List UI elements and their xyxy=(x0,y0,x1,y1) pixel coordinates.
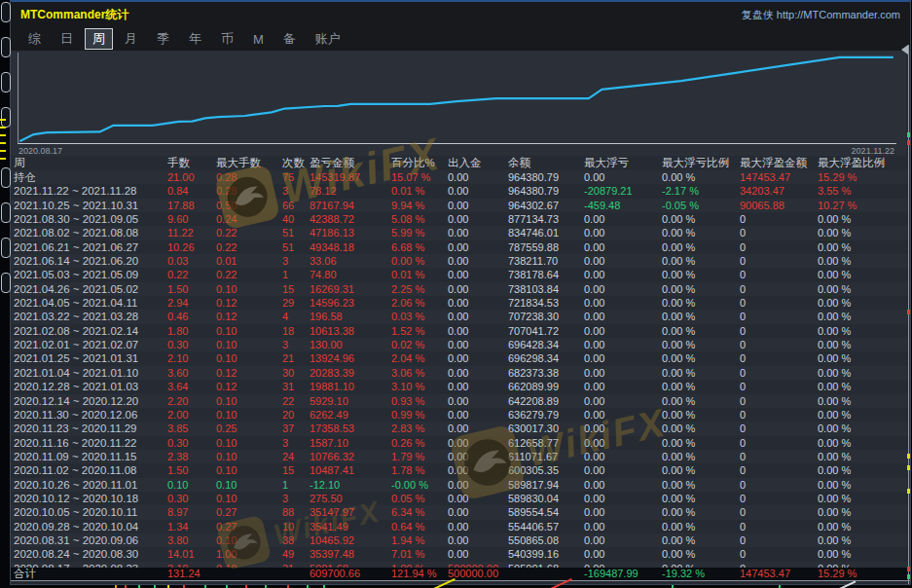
cell-ml: 0.22 xyxy=(216,268,282,281)
menu-item-5[interactable]: 年 xyxy=(181,28,209,50)
cell-ml: 0.24 xyxy=(216,212,282,226)
equity-chart: 2020.08.17 2021.11.22 WikiFX xyxy=(11,51,906,156)
dock-tab[interactable] xyxy=(1,2,11,22)
scroll-arrow-icon[interactable] xyxy=(901,45,908,55)
cell-fp: 0 xyxy=(740,505,818,519)
menu-item-4[interactable]: 季 xyxy=(149,28,177,50)
axis-end-date: 2021.11.22 xyxy=(852,146,894,156)
cell-pct: 1.78 % xyxy=(391,463,448,477)
table-row[interactable]: 2020.11.16 ~ 2020.11.220.300.1031587.100… xyxy=(11,436,910,450)
table-row[interactable]: 2020.09.28 ~ 2020.10.041.340.27103541.49… xyxy=(11,520,910,533)
table-row[interactable]: 2020.08.24 ~ 2020.08.3014.011.004935397.… xyxy=(11,547,910,561)
cell-p: 2021.11.22 ~ 2021.11.28 xyxy=(14,184,167,198)
cell-p: 2021.01.04 ~ 2021.01.10 xyxy=(14,366,167,380)
cell-ml: 0.10 xyxy=(216,282,282,296)
table-row[interactable]: 2021.08.30 ~ 2021.09.059.600.244042388.7… xyxy=(11,212,910,226)
menu-item-2[interactable]: 周 xyxy=(85,28,113,50)
cell-pnl: 130.00 xyxy=(310,338,391,351)
table-row[interactable]: 2020.11.02 ~ 2020.11.081.500.101510487.4… xyxy=(11,463,910,477)
cell-pnl: 6262.49 xyxy=(310,408,391,422)
table-row[interactable]: 2020.11.30 ~ 2020.12.062.000.10206262.49… xyxy=(11,408,910,422)
table-row[interactable]: 2021.01.04 ~ 2021.01.103.600.123020283.3… xyxy=(11,366,910,380)
table-row[interactable]: 2021.05.03 ~ 2021.05.090.220.22174.800.0… xyxy=(11,268,910,281)
table-row[interactable]: 2020.12.28 ~ 2021.01.033.640.123119881.1… xyxy=(11,380,910,393)
cell-ddp: -2.17 % xyxy=(662,184,740,198)
menu-item-0[interactable]: 综 xyxy=(20,28,49,50)
cell-ml: 0.50 xyxy=(216,199,282,212)
cell-p: 合计 xyxy=(14,568,167,580)
table-row[interactable]: 2021.08.02 ~ 2021.08.0811.220.225147186.… xyxy=(11,226,910,239)
cell-pct: 7.01 % xyxy=(391,547,448,561)
cell-l: 0.10 xyxy=(167,478,216,492)
menu-item-1[interactable]: 日 xyxy=(53,28,81,50)
menu-item-9[interactable]: 账户 xyxy=(308,28,348,50)
table-row[interactable]: 2021.04.05 ~ 2021.04.112.940.122914596.2… xyxy=(11,296,910,310)
table-row[interactable]: 2020.08.31 ~ 2020.09.063.800.103810465.9… xyxy=(11,533,910,547)
table-row[interactable]: 2020.10.26 ~ 2020.11.010.100.101-12.10-0… xyxy=(11,478,910,492)
table-row[interactable]: 2020.11.23 ~ 2020.11.293.850.253717358.5… xyxy=(11,422,910,435)
title-bar[interactable]: MTCommander统计 复盘侠 http://MTCommander.com xyxy=(11,2,910,28)
cell-pnl: 196.58 xyxy=(310,310,391,323)
cell-bal: 721834.53 xyxy=(508,296,584,310)
cell-pnl: 3541.49 xyxy=(310,520,391,533)
table-row[interactable]: 2021.06.14 ~ 2021.06.200.030.01333.060.0… xyxy=(11,254,910,268)
cell-fpp: 0.00 % xyxy=(818,547,910,561)
menu-item-6[interactable]: 币 xyxy=(213,28,241,50)
cell-p: 2021.10.25 ~ 2021.10.31 xyxy=(14,199,167,212)
table-header: 周手数最大手数次数盈亏金额百分比%出入金余额最大浮亏最大浮亏比例最大浮盈金额最大… xyxy=(11,156,910,170)
dock-marker xyxy=(0,127,6,129)
dock-marker xyxy=(0,142,6,144)
table-row[interactable]: 2020.10.12 ~ 2020.10.180.300.103275.500.… xyxy=(11,492,910,505)
cell-fpp: 0.00 % xyxy=(818,492,910,505)
table-row[interactable]: 2021.01.25 ~ 2021.01.312.100.102113924.9… xyxy=(11,351,910,365)
cell-fp: 0 xyxy=(740,408,818,422)
table-row[interactable]: 2021.02.08 ~ 2021.02.141.800.101810613.3… xyxy=(11,324,910,338)
table-row[interactable]: 2020.10.05 ~ 2020.10.118.970.278835147.9… xyxy=(11,505,910,519)
table-row[interactable]: 2021.03.22 ~ 2021.03.280.460.124196.580.… xyxy=(11,310,910,323)
table-row[interactable]: 2021.02.01 ~ 2021.02.070.300.103130.000.… xyxy=(11,338,910,351)
table-row[interactable]: 2021.10.25 ~ 2021.10.3117.880.506687167.… xyxy=(11,199,910,212)
cell-pnl: 1587.10 xyxy=(310,436,391,450)
dock-marker xyxy=(0,119,6,121)
table-row[interactable]: 持仓21.000.2875145319.8715.07 %0.00964380.… xyxy=(11,170,910,184)
dock-tab[interactable] xyxy=(1,273,11,293)
cell-fpp: 0.00 % xyxy=(818,351,910,365)
cell-p: 2020.10.05 ~ 2020.10.11 xyxy=(14,505,167,519)
dock-tab[interactable] xyxy=(1,167,11,188)
table-row[interactable]: 2020.11.09 ~ 2020.11.152.380.102410766.3… xyxy=(11,450,910,463)
cell-io: 0.00 xyxy=(448,478,508,492)
cell-fpp: 0.00 % xyxy=(818,254,910,268)
dock-tab[interactable] xyxy=(1,37,11,57)
brand-link[interactable]: 复盘侠 http://MTCommander.com xyxy=(742,8,900,22)
cell-fp: 0 xyxy=(740,520,818,533)
cell-p: 2021.06.21 ~ 2021.06.27 xyxy=(14,240,167,254)
menu-item-8[interactable]: 备 xyxy=(275,28,304,50)
table-row[interactable]: 2021.06.21 ~ 2021.06.2710.260.225149348.… xyxy=(11,240,910,254)
cell-pct: 0.93 % xyxy=(391,394,448,408)
cell-dd: 0.00 xyxy=(584,366,662,380)
cell-pnl: 10465.92 xyxy=(310,533,391,547)
cell-bal: 540399.16 xyxy=(508,547,584,561)
table-row[interactable]: 2021.04.26 ~ 2021.05.021.500.101516269.3… xyxy=(11,282,910,296)
scrollbar[interactable] xyxy=(906,45,910,584)
cell-bal: 696428.34 xyxy=(508,338,584,351)
cell-ddp: 0.00 % xyxy=(662,533,740,547)
cell-pct: 0.00 % xyxy=(391,254,448,268)
menu-item-7[interactable]: M xyxy=(245,30,272,49)
table-row[interactable]: 2020.12.14 ~ 2020.12.202.200.10225929.10… xyxy=(11,394,910,408)
dock-tab[interactable] xyxy=(1,202,11,223)
cell-io: 500000.00 xyxy=(448,568,508,580)
cell-p: 2020.12.28 ~ 2021.01.03 xyxy=(14,380,167,393)
cell-io: 0.00 xyxy=(448,254,508,268)
dock-tab[interactable] xyxy=(1,238,11,258)
cell-dd: 0.00 xyxy=(584,422,662,435)
table-row[interactable]: 2021.11.22 ~ 2021.11.280.840.28378.120.0… xyxy=(11,184,910,198)
cell-l: 2.00 xyxy=(167,408,216,422)
window-title: MTCommander统计 xyxy=(20,7,128,23)
column-header-5: 百分比% xyxy=(391,156,448,170)
dock-tab[interactable] xyxy=(1,72,11,92)
cell-pct: 9.94 % xyxy=(391,199,448,212)
menu-item-3[interactable]: 月 xyxy=(117,28,145,50)
dock-tab[interactable] xyxy=(1,107,11,128)
scrollbar-track[interactable] xyxy=(908,45,909,584)
